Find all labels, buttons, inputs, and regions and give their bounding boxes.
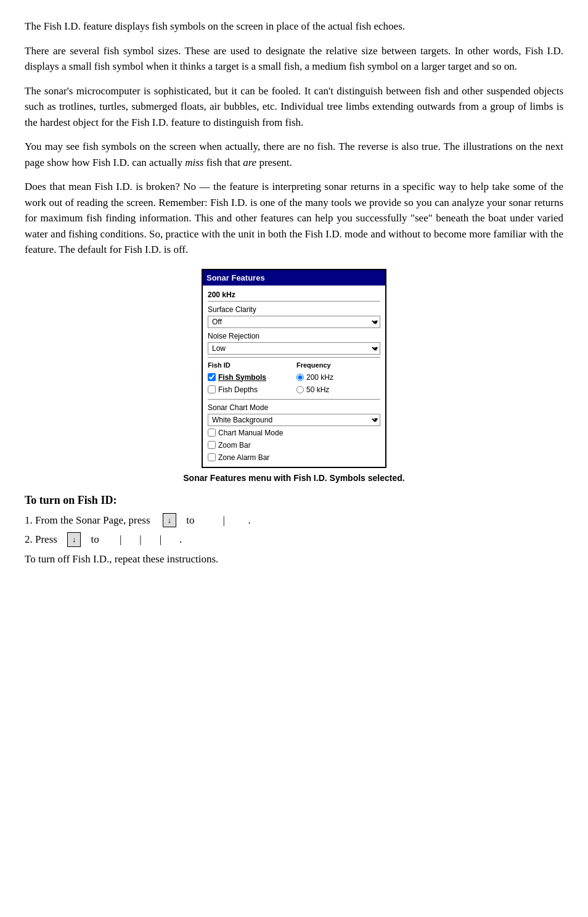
zoom-bar-row: Zoom Bar (208, 440, 380, 451)
fish-id-col-header: Fish ID (208, 360, 292, 371)
fish-depths-label: Fish Depths (218, 384, 258, 395)
step2-pipe1: | (120, 532, 121, 548)
paragraph-5: Does that mean Fish I.D. is broken? No —… (25, 179, 563, 258)
paragraph-4: You may see fish symbols on the screen w… (25, 139, 563, 170)
fish-symbols-label: Fish Symbols (218, 372, 266, 383)
freq-200khz-row: 200 kHz (296, 372, 380, 383)
step-2-row: 2. Press ↓ to | | | . (25, 532, 563, 548)
step2-to: to (91, 532, 99, 548)
para4-suffix: fish that (203, 157, 243, 168)
chart-manual-mode-checkbox[interactable] (208, 429, 216, 437)
paragraph-2: There are several fish symbol sizes. The… (25, 43, 563, 75)
paragraph-3: The sonar's microcomputer is sophisticat… (25, 83, 563, 131)
sonar-features-block: Sonar Features 200 kHz Surface Clarity O… (25, 269, 563, 485)
divider-1 (208, 357, 380, 358)
frequency-col: Frequency 200 kHz 50 kHz (296, 360, 380, 397)
sonar-caption: Sonar Features menu with Fish I.D. Symbo… (183, 472, 404, 485)
sonar-content: 200 kHz Surface Clarity Off ▼ Noise Reje… (203, 286, 385, 467)
para4-italic2: are (243, 157, 256, 168)
sonar-chart-mode-select-wrapper: White Background ▼ (208, 414, 380, 426)
para4-italic1: miss (185, 157, 203, 168)
step2-prefix: 2. Press (25, 532, 57, 548)
paragraph-1: The Fish I.D. feature displays fish symb… (25, 19, 563, 35)
step1-key-btn: ↓ (163, 513, 176, 528)
fish-frequency-row: Fish ID Fish Symbols Fish Depths Frequen… (208, 360, 380, 397)
divider-2 (208, 399, 380, 400)
step2-pipe2: | (139, 532, 141, 548)
step2-dot: . (179, 532, 182, 548)
zone-alarm-bar-row: Zone Alarm Bar (208, 452, 380, 463)
freq-200khz-radio[interactable] (296, 374, 304, 381)
freq-50khz-radio[interactable] (296, 386, 304, 393)
para4-text: You may see fish symbols on the screen w… (25, 141, 563, 168)
fish-depths-checkbox[interactable] (208, 385, 216, 393)
fish-symbols-row: Fish Symbols (208, 372, 292, 383)
fish-id-col: Fish ID Fish Symbols Fish Depths (208, 360, 292, 397)
step1-dot: . (248, 512, 250, 528)
sonar-chart-mode-label: Sonar Chart Mode (208, 402, 380, 413)
para4-end: present. (256, 157, 292, 168)
fish-depths-row: Fish Depths (208, 384, 292, 395)
chart-manual-mode-row: Chart Manual Mode (208, 427, 380, 438)
turn-off-text: To turn off Fish I.D., repeat these inst… (25, 551, 563, 567)
noise-rejection-label: Noise Rejection (208, 331, 380, 342)
sonar-features-box: Sonar Features 200 kHz Surface Clarity O… (202, 269, 386, 468)
zoom-bar-checkbox[interactable] (208, 441, 216, 449)
sonar-title-bar: Sonar Features (203, 270, 385, 286)
sonar-chart-mode-select[interactable]: White Background (208, 414, 380, 426)
step2-pipe3: | (160, 532, 161, 548)
step1-pipe: | (223, 512, 225, 528)
frequency-col-header: Frequency (296, 360, 380, 371)
surface-clarity-label: Surface Clarity (208, 304, 380, 315)
turn-on-heading: To turn on Fish ID: (25, 492, 563, 509)
freq-50khz-label: 50 kHz (306, 384, 329, 395)
step2-key-btn: ↓ (67, 532, 81, 547)
step-1-row: 1. From the Sonar Page, press ↓ to | . (25, 512, 563, 528)
surface-clarity-select[interactable]: Off (208, 316, 380, 328)
fish-symbols-checkbox[interactable] (208, 373, 216, 381)
sonar-200khz-label: 200 kHz (208, 289, 380, 302)
step1-suffix: to (186, 512, 194, 528)
freq-50khz-row: 50 kHz (296, 384, 380, 395)
noise-rejection-select[interactable]: Low (208, 342, 380, 355)
step1-prefix: 1. From the Sonar Page, press (25, 512, 150, 528)
zone-alarm-bar-label: Zone Alarm Bar (218, 452, 269, 463)
chart-manual-mode-label: Chart Manual Mode (218, 427, 283, 438)
zone-alarm-bar-checkbox[interactable] (208, 453, 216, 461)
freq-200khz-label: 200 kHz (306, 372, 333, 383)
noise-rejection-select-wrapper: Low ▼ (208, 342, 380, 355)
surface-clarity-select-wrapper: Off ▼ (208, 316, 380, 328)
zoom-bar-label: Zoom Bar (218, 440, 251, 451)
